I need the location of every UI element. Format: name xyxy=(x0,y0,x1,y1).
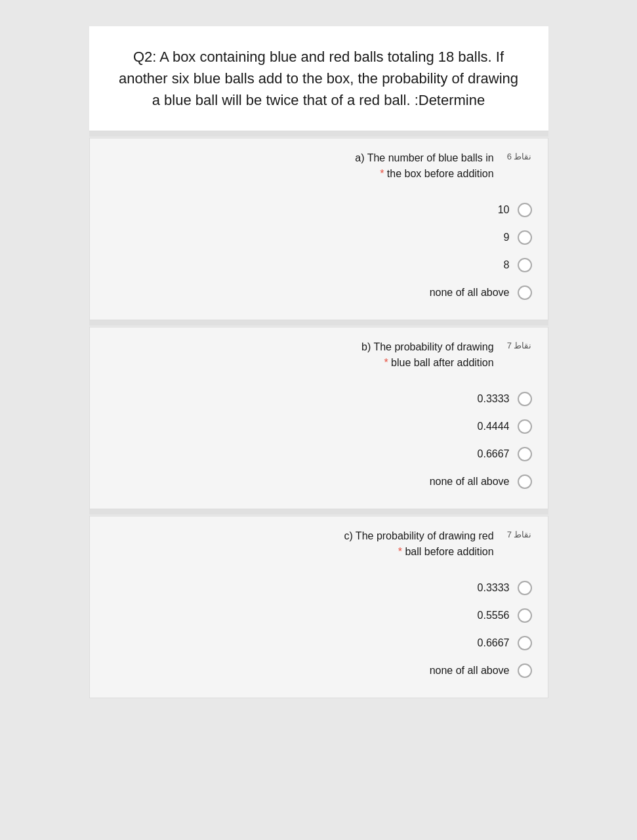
radio-a-none[interactable] xyxy=(518,285,532,300)
options-container-c: 0.33330.55560.6667none of all above xyxy=(90,568,548,698)
option-label-a-8: 8 xyxy=(504,259,510,271)
radio-b-none[interactable] xyxy=(518,474,532,489)
option-label-a-9: 9 xyxy=(504,232,510,243)
question-header: Q2: A box containing blue and red balls … xyxy=(89,26,548,131)
option-label-c-0.5556: 0.5556 xyxy=(478,610,510,621)
option-label-c-0.3333: 0.3333 xyxy=(478,582,510,594)
option-label-a-none: none of all above xyxy=(430,287,510,299)
option-row-c-0.6667: 0.6667 xyxy=(106,629,532,657)
options-container-a: 1098none of all above xyxy=(90,190,548,320)
sub-question-header-b: b) The probability of drawing* blue ball… xyxy=(90,327,548,379)
radio-a-9[interactable] xyxy=(518,230,532,245)
options-container-b: 0.33330.44440.6667none of all above xyxy=(90,379,548,509)
option-row-c-none: none of all above xyxy=(106,657,532,684)
option-row-b-none: none of all above xyxy=(106,468,532,495)
option-row-b-0.6667: 0.6667 xyxy=(106,440,532,468)
option-label-b-0.3333: 0.3333 xyxy=(478,393,510,405)
sub-question-block-c: c) The probability of drawing red* ball … xyxy=(89,516,548,698)
option-label-c-0.6667: 0.6667 xyxy=(478,637,510,649)
page-container: Q2: A box containing blue and red balls … xyxy=(89,26,548,698)
sub-question-block-a: a) The number of blue balls in* the box … xyxy=(89,138,548,320)
sub-question-header-a: a) The number of blue balls in* the box … xyxy=(90,138,548,190)
section-divider xyxy=(89,320,548,326)
radio-c-0.3333[interactable] xyxy=(518,581,532,595)
radio-b-0.6667[interactable] xyxy=(518,447,532,461)
sub-question-title-a: a) The number of blue balls in* the box … xyxy=(355,150,493,182)
radio-b-0.3333[interactable] xyxy=(518,392,532,406)
option-row-a-9: 9 xyxy=(106,224,532,251)
radio-c-0.6667[interactable] xyxy=(518,636,532,650)
section-divider xyxy=(89,509,548,514)
option-row-b-0.4444: 0.4444 xyxy=(106,413,532,440)
option-row-a-10: 10 xyxy=(106,196,532,224)
radio-c-none[interactable] xyxy=(518,663,532,678)
question-text: Q2: A box containing blue and red balls … xyxy=(115,46,522,111)
sub-question-block-b: b) The probability of drawing* blue ball… xyxy=(89,327,548,509)
option-row-a-none: none of all above xyxy=(106,279,532,306)
option-label-c-none: none of all above xyxy=(430,665,510,677)
radio-c-0.5556[interactable] xyxy=(518,608,532,623)
sub-question-header-c: c) The probability of drawing red* ball … xyxy=(90,516,548,568)
points-badge-a: نقاط 6 xyxy=(507,150,532,161)
radio-b-0.4444[interactable] xyxy=(518,419,532,434)
radio-a-8[interactable] xyxy=(518,258,532,272)
option-row-b-0.3333: 0.3333 xyxy=(106,385,532,413)
sub-question-title-b: b) The probability of drawing* blue ball… xyxy=(361,339,494,371)
option-row-c-0.3333: 0.3333 xyxy=(106,574,532,602)
sub-question-title-c: c) The probability of drawing red* ball … xyxy=(344,528,493,560)
option-label-a-10: 10 xyxy=(498,204,510,216)
option-label-b-0.4444: 0.4444 xyxy=(478,421,510,432)
section-divider xyxy=(89,131,548,136)
radio-a-10[interactable] xyxy=(518,203,532,217)
points-badge-b: نقاط 7 xyxy=(507,339,532,350)
points-badge-c: نقاط 7 xyxy=(507,528,532,539)
option-label-b-0.6667: 0.6667 xyxy=(478,448,510,460)
option-label-b-none: none of all above xyxy=(430,476,510,488)
option-row-c-0.5556: 0.5556 xyxy=(106,602,532,629)
option-row-a-8: 8 xyxy=(106,251,532,279)
